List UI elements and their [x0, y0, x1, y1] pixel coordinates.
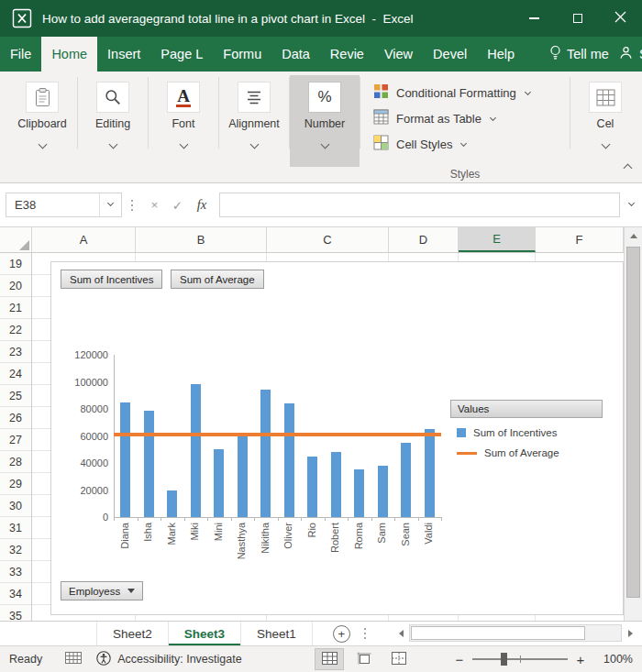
normal-view-button[interactable]: [315, 649, 343, 669]
row-header-31[interactable]: 31: [0, 517, 31, 539]
legend-entry-sum-of-average[interactable]: Sum of Average: [450, 447, 603, 458]
sheet-tab-sheet3[interactable]: Sheet3: [169, 622, 241, 645]
row-header-20[interactable]: 20: [0, 275, 31, 297]
minimize-button[interactable]: [513, 0, 556, 37]
sheet-tab-sheet1[interactable]: Sheet1: [241, 622, 313, 645]
ribbon-group-number[interactable]: %Number: [290, 75, 360, 167]
vertical-scroll-thumb[interactable]: [626, 247, 640, 598]
column-header-a[interactable]: A: [32, 227, 136, 252]
page-layout-view-button[interactable]: [350, 649, 378, 669]
menu-tab-home[interactable]: Home: [41, 37, 97, 72]
zoom-percentage[interactable]: 100%: [598, 653, 633, 666]
menu-tab-insert[interactable]: Insert: [97, 37, 150, 72]
tab-bar-grip-icon[interactable]: [364, 633, 366, 634]
chart-bar-nikitha[interactable]: [260, 390, 271, 517]
zoom-slider-thumb[interactable]: [501, 653, 507, 666]
row-header-34[interactable]: 34: [0, 583, 31, 605]
ribbon-group-clipboard[interactable]: Clipboard: [7, 75, 77, 167]
scroll-right-button[interactable]: [622, 624, 638, 642]
chart-bar-oliver[interactable]: [284, 403, 294, 517]
row-header-23[interactable]: 23: [0, 341, 31, 363]
chart-bar-sam[interactable]: [378, 466, 388, 517]
collapse-ribbon-button[interactable]: [625, 159, 631, 175]
menu-tab-devel[interactable]: Devel: [423, 37, 477, 72]
row-header-22[interactable]: 22: [0, 319, 31, 341]
row-header-30[interactable]: 30: [0, 495, 31, 517]
share-button[interactable]: Share: [619, 37, 642, 72]
scroll-up-button[interactable]: [625, 227, 642, 244]
horizontal-scroll-track[interactable]: [409, 624, 622, 642]
chart-bar-miki[interactable]: [191, 384, 201, 517]
conditional-formatting-button[interactable]: Conditional Formatting: [373, 83, 570, 103]
chart-bar-sean[interactable]: [401, 443, 411, 517]
menu-tab-tell-me[interactable]: Tell me: [539, 37, 619, 72]
macro-record-button[interactable]: [65, 652, 82, 666]
new-sheet-button[interactable]: +: [333, 625, 350, 643]
zoom-out-button[interactable]: −: [451, 652, 468, 667]
row-header-21[interactable]: 21: [0, 297, 31, 319]
row-header-29[interactable]: 29: [0, 473, 31, 495]
page-break-view-button[interactable]: [385, 649, 413, 669]
zoom-slider[interactable]: [472, 658, 568, 660]
insert-function-button[interactable]: fx: [189, 197, 215, 213]
format-as-table-button[interactable]: Format as Table: [373, 108, 570, 128]
field-button-sum-of-average[interactable]: Sum of Average: [171, 270, 264, 289]
menu-tab-formu[interactable]: Formu: [213, 37, 271, 72]
column-header-e[interactable]: E: [459, 227, 536, 252]
menu-tab-revie[interactable]: Revie: [320, 37, 374, 72]
column-header-b[interactable]: B: [136, 227, 267, 252]
row-header-25[interactable]: 25: [0, 385, 31, 407]
row-header-33[interactable]: 33: [0, 561, 31, 583]
chart-bar-mark[interactable]: [167, 490, 177, 518]
ribbon-group-alignment[interactable]: Alignment: [219, 75, 289, 167]
chart-bar-diana[interactable]: [120, 402, 130, 517]
row-header-35[interactable]: 35: [0, 605, 31, 621]
field-button-sum-of-incentives[interactable]: Sum of Incentives: [61, 270, 162, 289]
horizontal-scroll-thumb[interactable]: [411, 626, 585, 640]
zoom-in-button[interactable]: +: [572, 652, 589, 667]
select-all-button[interactable]: [0, 227, 32, 252]
row-header-32[interactable]: 32: [0, 539, 31, 561]
menu-tab-file[interactable]: File: [0, 37, 41, 72]
formula-bar-grip-icon[interactable]: [131, 204, 133, 206]
enter-button[interactable]: ✓: [166, 198, 189, 213]
column-header-c[interactable]: C: [267, 227, 389, 252]
chart-bar-isha[interactable]: [144, 411, 154, 518]
row-header-26[interactable]: 26: [0, 407, 31, 429]
row-header-24[interactable]: 24: [0, 363, 31, 385]
ribbon-group-cells[interactable]: Cel: [570, 75, 640, 167]
chart-bar-nasthya[interactable]: [238, 436, 248, 518]
formula-input[interactable]: [219, 193, 620, 217]
legend-title[interactable]: Values: [450, 400, 603, 418]
expand-formula-bar-button[interactable]: [620, 204, 642, 205]
menu-tab-view[interactable]: View: [374, 37, 423, 72]
ribbon-group-font[interactable]: AFont: [149, 75, 218, 167]
axis-field-button[interactable]: Employess: [61, 581, 143, 600]
column-header-d[interactable]: D: [389, 227, 459, 252]
scroll-left-button[interactable]: [393, 624, 409, 642]
maximize-button[interactable]: [556, 0, 599, 37]
chart-bar-valdi[interactable]: [425, 429, 435, 517]
menu-tab-help[interactable]: Help: [477, 37, 525, 72]
accessibility-status[interactable]: Accessibility: Investigate: [96, 651, 241, 668]
horizontal-scrollbar[interactable]: [393, 624, 638, 642]
vertical-scrollbar[interactable]: [624, 227, 642, 621]
cancel-button[interactable]: ×: [143, 198, 166, 212]
menu-tab-page-l[interactable]: Page L: [150, 37, 213, 72]
row-header-19[interactable]: 19: [0, 253, 31, 275]
menu-tab-data[interactable]: Data: [271, 37, 320, 72]
chart-bar-robert[interactable]: [331, 452, 341, 517]
chart-legend[interactable]: Values Sum of IncentivesSum of Average: [450, 400, 603, 458]
legend-entry-sum-of-incentives[interactable]: Sum of Incentives: [450, 427, 603, 438]
name-box[interactable]: E38: [6, 193, 122, 217]
cell-styles-button[interactable]: Cell Styles: [373, 134, 570, 154]
column-header-f[interactable]: F: [536, 227, 624, 252]
pivot-chart[interactable]: Sum of Incentives Sum of Average Values …: [50, 261, 624, 615]
sheet-tab-sheet2[interactable]: Sheet2: [97, 622, 169, 645]
average-line[interactable]: [114, 433, 441, 436]
chart-bar-roma[interactable]: [354, 469, 364, 517]
name-box-dropdown[interactable]: [100, 204, 121, 205]
close-button[interactable]: [599, 0, 642, 37]
row-header-27[interactable]: 27: [0, 429, 31, 451]
row-header-28[interactable]: 28: [0, 451, 31, 473]
